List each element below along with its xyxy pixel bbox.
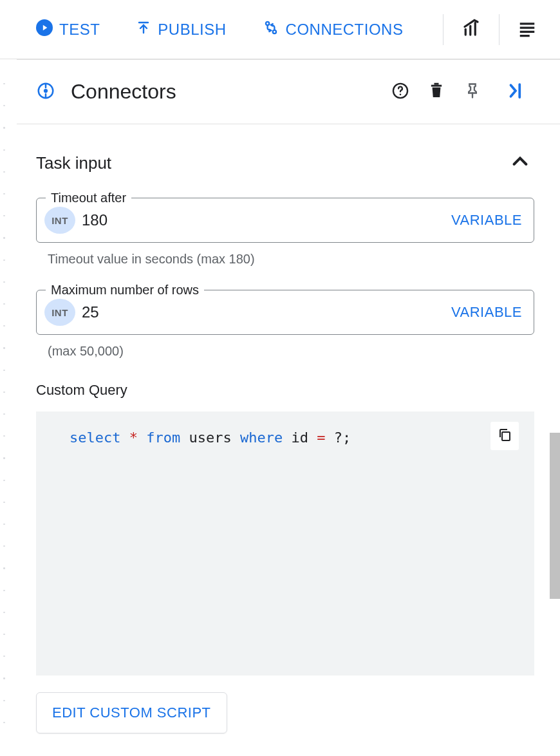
scrollbar-thumb[interactable] (550, 433, 560, 599)
menu-icon (518, 19, 537, 41)
svg-rect-17 (434, 82, 439, 84)
connections-icon (263, 19, 279, 40)
timeout-field: Timeout after INT VARIABLE Timeout value… (36, 198, 534, 267)
connectors-panel: Connectors Task input (17, 59, 560, 733)
maxrows-field: Maximum number of rows INT VARIABLE (max… (36, 290, 534, 359)
panel-header: Connectors (17, 60, 560, 124)
maxrows-label: Maximum number of rows (46, 283, 204, 298)
top-toolbar: TEST PUBLISH CONNECTIONS (0, 0, 560, 59)
copy-icon (497, 427, 512, 446)
timeout-input[interactable] (82, 211, 451, 229)
copy-button[interactable] (490, 422, 519, 450)
dot-rail (3, 73, 5, 733)
token-select: select (70, 430, 120, 446)
upload-icon (136, 20, 151, 39)
token-q: ?; (334, 430, 351, 446)
divider (443, 14, 443, 45)
section-collapse-button[interactable] (506, 147, 534, 178)
svg-point-15 (400, 93, 402, 95)
task-input-section: Task input Timeout after INT VARIABLE Ti… (17, 124, 560, 733)
connections-label: CONNECTIONS (286, 21, 404, 39)
svg-rect-20 (502, 432, 510, 440)
help-icon (391, 82, 409, 102)
divider (499, 14, 499, 45)
token-from: from (146, 430, 180, 446)
chevron-up-icon (510, 163, 530, 174)
timeout-label: Timeout after (46, 191, 131, 205)
svg-rect-8 (520, 23, 535, 24)
section-title: Task input (36, 153, 111, 173)
edit-custom-script-button[interactable]: EDIT CUSTOM SCRIPT (36, 692, 227, 733)
test-label: TEST (59, 21, 100, 39)
token-users: users (189, 430, 231, 446)
collapse-right-button[interactable] (497, 75, 534, 109)
token-where: where (240, 430, 283, 446)
svg-rect-10 (520, 30, 535, 32)
trash-icon (427, 82, 445, 102)
custom-query-label: Custom Query (36, 382, 534, 399)
delete-button[interactable] (418, 75, 454, 109)
test-button[interactable]: TEST (26, 14, 110, 45)
panel-title: Connectors (71, 80, 382, 104)
collapse-right-icon (506, 81, 525, 103)
token-eq: = (317, 430, 325, 446)
publish-button[interactable]: PUBLISH (126, 15, 236, 44)
timeout-helper: Timeout value in seconds (max 180) (48, 252, 534, 267)
menu-icon-button[interactable] (510, 11, 545, 48)
svg-point-13 (44, 88, 48, 92)
type-chip-int: INT (44, 299, 75, 326)
maxrows-helper: (max 50,000) (48, 344, 534, 359)
svg-rect-11 (520, 35, 530, 37)
maxrows-input[interactable] (82, 303, 451, 321)
custom-query-code: select * from users where id = ?; (36, 411, 534, 676)
connector-node-icon (36, 81, 55, 103)
pin-button[interactable] (454, 75, 490, 109)
type-chip-int: INT (44, 207, 75, 234)
svg-rect-9 (520, 26, 535, 28)
connections-button[interactable]: CONNECTIONS (252, 14, 414, 45)
token-id: id (291, 430, 308, 446)
pin-icon (463, 82, 481, 102)
token-star: * (129, 430, 138, 446)
chart-icon-button[interactable] (454, 11, 489, 48)
play-circle-icon (36, 19, 53, 40)
publish-label: PUBLISH (158, 21, 226, 39)
chart-icon (462, 19, 481, 41)
timeout-variable-button[interactable]: VARIABLE (451, 212, 522, 229)
help-button[interactable] (382, 75, 418, 109)
maxrows-variable-button[interactable]: VARIABLE (451, 304, 522, 321)
svg-rect-16 (431, 84, 442, 86)
